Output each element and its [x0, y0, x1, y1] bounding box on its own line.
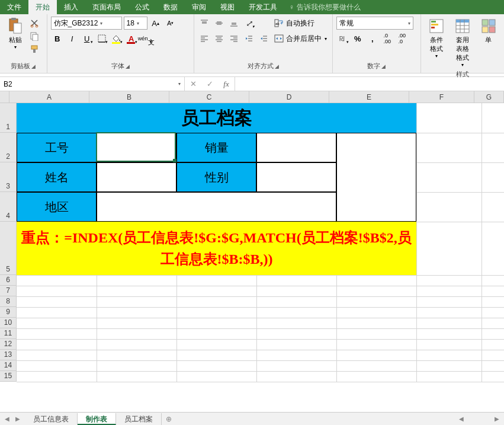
cut-button[interactable]: [28, 18, 40, 28]
tell-me[interactable]: ♀ 告诉我你想要做什么: [284, 2, 365, 12]
confirm-edit-button[interactable]: ✓: [201, 77, 218, 91]
row-header-12[interactable]: 12: [0, 339, 17, 350]
cells-area[interactable]: 员工档案工号销量姓名性别地区重点：=INDEX(员工信息表!$G:$G,MATC…: [17, 103, 504, 382]
phonetic-button[interactable]: wén文▾: [140, 32, 153, 45]
scroll-left-icon[interactable]: ◀: [459, 416, 464, 422]
menu-review[interactable]: 审阅: [185, 0, 213, 14]
font-launcher[interactable]: ◢: [126, 63, 130, 69]
cell-d3[interactable]: [256, 162, 336, 192]
format-table-button[interactable]: 套用 表格格式 ▾: [451, 17, 474, 69]
row-header-14[interactable]: 14: [0, 360, 17, 371]
accounting-format-button[interactable]: ₪▾: [336, 32, 349, 45]
spreadsheet-grid[interactable]: ABCDEFG 123456789101112131415 员工档案工号销量姓名…: [0, 91, 504, 414]
font-name-combo[interactable]: 仿宋_GB2312▾: [51, 17, 122, 30]
cell-b4-d4[interactable]: [97, 192, 336, 222]
sheet-tab-2[interactable]: 员工档案: [116, 413, 162, 425]
row-header-2[interactable]: 2: [0, 133, 17, 162]
percent-button[interactable]: %: [351, 32, 364, 45]
decrease-font-button[interactable]: A▾: [164, 17, 177, 30]
format-painter-button[interactable]: [28, 44, 40, 55]
row-header-1[interactable]: 1: [0, 103, 17, 133]
decrease-decimal-button[interactable]: .00.0: [396, 32, 409, 45]
row-header-7[interactable]: 7: [0, 286, 17, 296]
decrease-indent-button[interactable]: [242, 32, 255, 45]
row-header-4[interactable]: 4: [0, 192, 17, 222]
align-right-button[interactable]: [227, 32, 240, 45]
copy-button[interactable]: [28, 31, 40, 41]
row-header-11[interactable]: 11: [0, 328, 17, 339]
align-top-button[interactable]: [198, 17, 211, 30]
conditional-format-button[interactable]: 条件格式 ▾: [425, 17, 448, 60]
cell-a4[interactable]: 地区: [17, 192, 97, 222]
sheet-tab-0[interactable]: 员工信息表: [25, 413, 78, 425]
orientation-button[interactable]: ⤢▾: [242, 17, 255, 30]
col-header-A[interactable]: A: [9, 91, 89, 103]
wrap-text-button[interactable]: 自动换行: [286, 18, 314, 28]
cell-d2[interactable]: [256, 133, 336, 162]
cell-styles-button[interactable]: 单: [477, 17, 500, 46]
scroll-right-icon[interactable]: ▶: [495, 416, 499, 422]
insert-function-button[interactable]: fx: [218, 77, 235, 91]
menu-file[interactable]: 文件: [0, 0, 28, 14]
row-header-5[interactable]: 5: [0, 222, 17, 275]
cell-c2[interactable]: 销量: [176, 133, 256, 162]
select-all-corner[interactable]: [0, 91, 9, 103]
cell-e2-e4[interactable]: [336, 133, 416, 222]
menu-formulas[interactable]: 公式: [128, 0, 156, 14]
menu-home[interactable]: 开始: [28, 0, 57, 14]
fill-color-button[interactable]: ▾: [110, 32, 123, 45]
alignment-launcher[interactable]: ◢: [275, 63, 279, 69]
align-left-button[interactable]: [198, 32, 211, 45]
paste-button[interactable]: 粘贴 ▾: [4, 17, 27, 51]
cancel-edit-button[interactable]: ✕: [185, 77, 201, 91]
cell-b2[interactable]: [97, 133, 176, 162]
row-header-13[interactable]: 13: [0, 350, 17, 360]
col-header-F[interactable]: F: [409, 91, 474, 103]
increase-font-button[interactable]: A▴: [149, 17, 162, 30]
comma-button[interactable]: ,: [366, 32, 379, 45]
cell-c3[interactable]: 性别: [176, 162, 256, 192]
underline-button[interactable]: U▾: [81, 32, 94, 45]
cell-a2[interactable]: 工号: [17, 133, 97, 162]
row-header-8[interactable]: 8: [0, 296, 17, 307]
merge-center-button[interactable]: 合并后居中: [286, 34, 322, 44]
col-header-B[interactable]: B: [89, 91, 169, 103]
cell-title[interactable]: 员工档案: [17, 103, 416, 133]
svg-rect-55: [489, 27, 495, 33]
italic-button[interactable]: I: [66, 32, 79, 45]
sheet-nav-last[interactable]: ▶: [15, 416, 20, 422]
number-launcher[interactable]: ◢: [381, 63, 386, 69]
row-header-6[interactable]: 6: [0, 275, 17, 286]
row-header-9[interactable]: 9: [0, 307, 17, 318]
menu-data[interactable]: 数据: [156, 0, 185, 14]
font-color-button[interactable]: A▾: [125, 32, 138, 45]
col-header-C[interactable]: C: [169, 91, 249, 103]
menu-insert[interactable]: 插入: [57, 0, 85, 14]
increase-indent-button[interactable]: [257, 32, 270, 45]
number-format-combo[interactable]: 常规▾: [336, 17, 413, 30]
increase-decimal-button[interactable]: .0.00: [381, 32, 394, 45]
cell-b3[interactable]: [97, 162, 176, 192]
menu-developer[interactable]: 开发工具: [242, 0, 284, 14]
cell-a3[interactable]: 姓名: [17, 162, 97, 192]
col-header-G[interactable]: G: [474, 91, 504, 103]
align-center-button[interactable]: [213, 32, 226, 45]
row-header-15[interactable]: 15: [0, 371, 17, 382]
name-box[interactable]: B2▾: [0, 77, 185, 91]
row-header-10[interactable]: 10: [0, 318, 17, 328]
menu-page-layout[interactable]: 页面布局: [85, 0, 128, 14]
col-header-D[interactable]: D: [249, 91, 329, 103]
align-bottom-button[interactable]: [227, 17, 240, 30]
col-header-E[interactable]: E: [329, 91, 409, 103]
row-header-3[interactable]: 3: [0, 162, 17, 192]
menu-view[interactable]: 视图: [213, 0, 242, 14]
align-middle-button[interactable]: [213, 17, 226, 30]
font-size-combo[interactable]: 18▾: [124, 17, 147, 30]
add-sheet-button[interactable]: ⊕: [162, 415, 176, 423]
border-button[interactable]: ▾: [95, 32, 108, 45]
clipboard-launcher[interactable]: ◢: [31, 63, 36, 69]
sheet-tab-1[interactable]: 制作表: [78, 413, 116, 425]
cell-note[interactable]: 重点：=INDEX(员工信息表!$G:$G,MATCH(员工档案!$B$2,员工…: [17, 222, 416, 275]
sheet-nav-first[interactable]: ◀: [5, 416, 9, 422]
bold-button[interactable]: B: [51, 32, 64, 45]
